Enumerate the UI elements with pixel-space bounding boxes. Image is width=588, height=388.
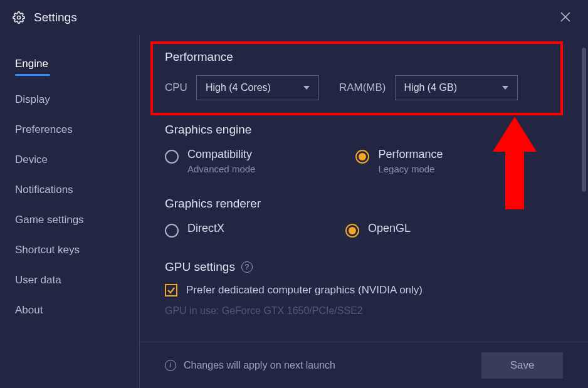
gpu-in-use: GPU in use: GeForce GTX 1650/PCIe/SSE2 — [165, 305, 563, 317]
performance-heading: Performance — [165, 50, 563, 64]
sidebar-item-label: Notifications — [15, 184, 73, 196]
radio-performance[interactable]: Performance Legacy mode — [355, 148, 443, 174]
radio-icon — [355, 150, 369, 164]
sidebar-item-label: Preferences — [15, 123, 73, 135]
sidebar-item-game-settings[interactable]: Game settings — [0, 205, 139, 235]
svg-point-0 — [18, 16, 21, 19]
sidebar-item-label: Device — [15, 154, 48, 165]
cpu-label: CPU — [165, 81, 187, 94]
sidebar: Engine Display Preferences Device Notifi… — [0, 35, 140, 388]
radio-label: OpenGL — [368, 222, 411, 235]
sidebar-item-engine[interactable]: Engine — [0, 49, 139, 85]
scrollbar[interactable] — [582, 48, 586, 192]
main-panel: Performance CPU High (4 Cores) RAM(MB) H… — [140, 35, 588, 388]
cpu-select[interactable]: High (4 Cores) — [196, 75, 319, 100]
radio-sub: Advanced mode — [187, 164, 255, 174]
sidebar-item-label: Game settings — [15, 214, 84, 226]
footer: i Changes will apply on next launch Save — [140, 342, 588, 388]
save-button[interactable]: Save — [481, 352, 563, 379]
ram-value: High (4 GB) — [404, 82, 457, 93]
sidebar-item-label: About — [15, 304, 43, 316]
info-icon: i — [165, 360, 176, 371]
sidebar-item-user-data[interactable]: User data — [0, 265, 139, 295]
radio-directx[interactable]: DirectX — [165, 222, 224, 238]
radio-label: Performance — [378, 148, 443, 161]
sidebar-item-label: User data — [15, 274, 61, 286]
gear-icon — [13, 11, 25, 24]
gpu-checkbox-label: Prefer dedicated computer graphics (NVID… — [186, 284, 423, 296]
save-label: Save — [510, 359, 535, 372]
radio-opengl[interactable]: OpenGL — [345, 222, 411, 238]
ram-select[interactable]: High (4 GB) — [395, 75, 518, 100]
check-icon — [167, 286, 176, 295]
graphics-engine-section: Graphics engine Compatibility Advanced m… — [165, 123, 563, 174]
ram-label: RAM(MB) — [339, 81, 386, 94]
radio-label: DirectX — [187, 222, 224, 235]
radio-icon — [345, 224, 359, 238]
radio-icon — [165, 224, 179, 238]
cpu-value: High (4 Cores) — [206, 82, 271, 93]
graphics-renderer-heading: Graphics renderer — [165, 197, 563, 211]
settings-title: Settings — [34, 11, 77, 24]
titlebar: Settings — [0, 0, 588, 35]
sidebar-item-preferences[interactable]: Preferences — [0, 115, 139, 145]
sidebar-item-shortcut-keys[interactable]: Shortcut keys — [0, 235, 139, 265]
radio-sub: Legacy mode — [378, 164, 443, 174]
sidebar-item-display[interactable]: Display — [0, 85, 139, 115]
gpu-section: GPU settings ? Prefer dedicated computer… — [165, 260, 563, 317]
close-button[interactable] — [555, 7, 575, 28]
sidebar-item-device[interactable]: Device — [0, 145, 139, 175]
help-icon[interactable]: ? — [241, 261, 253, 273]
sidebar-item-label: Shortcut keys — [15, 244, 80, 256]
radio-label: Compatibility — [187, 148, 255, 161]
gpu-heading: GPU settings — [165, 260, 235, 274]
sidebar-item-notifications[interactable]: Notifications — [0, 175, 139, 205]
radio-compatibility[interactable]: Compatibility Advanced mode — [165, 148, 255, 174]
sidebar-item-label: Engine — [15, 58, 48, 70]
footer-note: Changes will apply on next launch — [184, 360, 335, 371]
chevron-down-icon — [303, 86, 310, 90]
graphics-engine-heading: Graphics engine — [165, 123, 563, 137]
sidebar-item-label: Display — [15, 93, 50, 105]
performance-section: Performance CPU High (4 Cores) RAM(MB) H… — [165, 50, 563, 100]
sidebar-item-about[interactable]: About — [0, 295, 139, 325]
close-icon — [560, 12, 570, 22]
graphics-renderer-section: Graphics renderer DirectX OpenGL — [165, 197, 563, 238]
chevron-down-icon — [502, 86, 508, 90]
radio-icon — [165, 150, 179, 164]
gpu-checkbox[interactable] — [165, 284, 177, 296]
